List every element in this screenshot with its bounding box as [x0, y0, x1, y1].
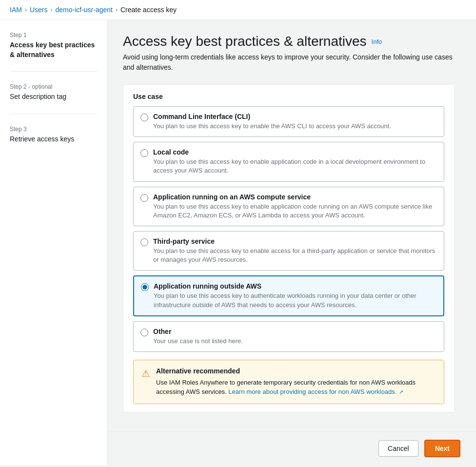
content-area: Access key best practices & alternatives…: [107, 20, 476, 431]
option-cli-title: Command Line Interface (CLI): [153, 113, 391, 120]
sidebar-step-2-number: Step 2 - optional: [10, 83, 97, 90]
option-outside-aws[interactable]: Application running outside AWS You plan…: [133, 275, 444, 316]
sidebar-step-2-label: Set description tag: [10, 92, 97, 102]
warning-box: ⚠ Alternative recommended Use IAM Roles …: [133, 360, 444, 404]
options-container: Use case Command Line Interface (CLI) Yo…: [123, 84, 455, 412]
sidebar-step-2[interactable]: Step 2 - optional Set description tag: [10, 83, 97, 102]
option-cli[interactable]: Command Line Interface (CLI) You plan to…: [133, 106, 444, 137]
sidebar-step-1-label: Access key best practices & alternatives: [10, 40, 97, 59]
radio-aws-compute[interactable]: [140, 194, 148, 202]
option-third-party-title: Third-party service: [153, 237, 437, 245]
breadcrumb: IAM › Users › demo-icf-usr-agent › Creat…: [0, 0, 476, 20]
use-case-label: Use case: [133, 93, 444, 100]
sidebar-step-1[interactable]: Step 1 Access key best practices & alter…: [10, 32, 97, 59]
option-third-party[interactable]: Third-party service You plan to use this…: [133, 231, 444, 271]
sidebar-step-3[interactable]: Step 3 Retrieve access keys: [10, 126, 97, 144]
breadcrumb-sep-1: ›: [25, 6, 27, 13]
breadcrumb-users[interactable]: Users: [30, 6, 48, 14]
cancel-button[interactable]: Cancel: [378, 440, 418, 457]
page-title: Access key best practices & alternatives: [123, 34, 367, 49]
option-other-desc: Your use case is not listed here.: [153, 337, 243, 346]
sidebar-step-3-label: Retrieve access keys: [10, 135, 97, 144]
option-aws-compute[interactable]: Application running on an AWS compute se…: [133, 187, 444, 226]
sidebar: Step 1 Access key best practices & alter…: [0, 20, 107, 465]
option-local-code[interactable]: Local code You plan to use this access k…: [133, 142, 444, 181]
warning-text: Use IAM Roles Anywhere to generate tempo…: [156, 378, 436, 397]
option-other[interactable]: Other Your use case is not listed here.: [133, 321, 444, 352]
sidebar-step-1-number: Step 1: [10, 32, 97, 39]
radio-local-code[interactable]: [140, 149, 148, 157]
option-outside-aws-desc: You plan to use this access key to authe…: [154, 292, 436, 309]
warning-title: Alternative recommended: [156, 367, 436, 375]
warning-icon: ⚠: [141, 368, 150, 379]
breadcrumb-current: Create access key: [120, 6, 177, 14]
option-third-party-desc: You plan to use this access key to enabl…: [153, 247, 437, 264]
option-aws-compute-title: Application running on an AWS compute se…: [153, 193, 437, 201]
sidebar-divider-2: [10, 114, 97, 114]
radio-third-party[interactable]: [140, 238, 148, 246]
external-link-icon: ↗: [397, 389, 403, 395]
info-link[interactable]: Info: [372, 38, 382, 45]
option-local-code-desc: You plan to use this access key to enabl…: [153, 157, 437, 175]
footer-bar: Cancel Next: [107, 431, 476, 465]
sidebar-step-3-number: Step 3: [10, 126, 97, 133]
option-other-title: Other: [153, 328, 243, 335]
radio-other[interactable]: [140, 329, 148, 336]
breadcrumb-sep-3: ›: [116, 6, 118, 13]
option-cli-desc: You plan to use this access key to enabl…: [153, 122, 391, 131]
radio-cli[interactable]: [140, 114, 148, 121]
breadcrumb-sep-2: ›: [50, 6, 52, 13]
page-description: Avoid using long-term credentials like a…: [123, 52, 455, 73]
warning-learn-more-link[interactable]: Learn more about providing access for no…: [228, 388, 403, 395]
next-button[interactable]: Next: [424, 440, 460, 457]
radio-outside-aws[interactable]: [141, 283, 149, 291]
breadcrumb-iam[interactable]: IAM: [10, 6, 22, 14]
breadcrumb-user-name[interactable]: demo-icf-usr-agent: [55, 6, 113, 14]
option-local-code-title: Local code: [153, 148, 437, 156]
option-outside-aws-title: Application running outside AWS: [154, 282, 436, 290]
sidebar-divider-1: [10, 71, 97, 72]
option-aws-compute-desc: You plan to use this access key to enabl…: [153, 202, 437, 220]
